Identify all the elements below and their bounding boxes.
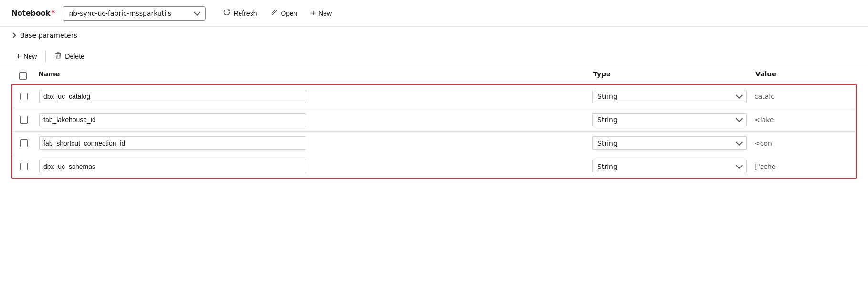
row-1-checkbox[interactable] xyxy=(20,116,28,124)
toolbar-actions: Refresh Open + New xyxy=(217,6,337,21)
row-0-type-cell: String xyxy=(588,88,751,105)
refresh-button[interactable]: Refresh xyxy=(217,6,262,21)
row-2-name-input[interactable] xyxy=(39,136,306,150)
row-3-name-input[interactable] xyxy=(39,160,306,173)
notebook-dropdown[interactable]: nb-sync-uc-fabric-mssparkutils xyxy=(63,6,206,21)
row-0-name-cell xyxy=(35,88,588,105)
header-checkbox-cell xyxy=(11,68,34,84)
pencil-icon xyxy=(270,9,278,18)
parameters-table: Name Type Value String catalo xyxy=(0,68,868,179)
row-0-name-input[interactable] xyxy=(39,90,306,103)
row-1-type-value: String xyxy=(597,116,617,124)
table-row: String catalo xyxy=(12,85,856,108)
row-checkbox-cell xyxy=(12,137,35,149)
name-column-header: Name xyxy=(34,68,589,84)
refresh-icon xyxy=(223,9,230,18)
row-checkbox-cell xyxy=(12,114,35,126)
row-checkbox-cell xyxy=(12,161,35,172)
row-2-type-select[interactable]: String xyxy=(592,136,747,150)
row-3-type-select[interactable]: String xyxy=(592,160,747,173)
refresh-label: Refresh xyxy=(233,10,257,17)
table-row: String <lake xyxy=(12,108,856,132)
svg-rect-1 xyxy=(57,52,60,53)
plus-icon: + xyxy=(311,9,316,18)
dropdown-value: nb-sync-uc-fabric-mssparkutils xyxy=(69,10,171,17)
row-2-value: <con xyxy=(751,137,856,149)
row-3-name-cell xyxy=(35,158,588,175)
row-2-type-cell: String xyxy=(588,135,751,152)
base-parameters-section[interactable]: Base parameters xyxy=(0,27,868,44)
new-param-plus-icon: + xyxy=(16,52,21,61)
table-row: String ["sche xyxy=(12,155,856,178)
table-body: String catalo String <lake xyxy=(11,84,857,179)
row-1-name-cell xyxy=(35,111,588,128)
delete-icon xyxy=(54,52,62,61)
delete-param-button[interactable]: Delete xyxy=(50,49,89,63)
new-notebook-label: New xyxy=(318,10,332,17)
row-2-type-value: String xyxy=(597,139,617,147)
new-param-label: New xyxy=(23,52,37,60)
notebook-label: Notebook* xyxy=(11,9,55,18)
collapse-icon xyxy=(10,32,16,38)
table-row: String <con xyxy=(12,132,856,155)
row-0-type-select[interactable]: String xyxy=(592,90,747,103)
new-notebook-button[interactable]: + New xyxy=(305,6,338,21)
row-0-type-value: String xyxy=(597,93,617,100)
row-1-value: <lake xyxy=(751,114,856,126)
chevron-down-icon xyxy=(736,139,743,146)
row-1-type-select[interactable]: String xyxy=(592,113,747,126)
row-checkbox-cell xyxy=(12,91,35,102)
delete-param-label: Delete xyxy=(65,52,84,60)
row-3-type-cell: String xyxy=(588,158,751,175)
open-button[interactable]: Open xyxy=(264,6,303,21)
section-title: Base parameters xyxy=(20,31,77,39)
params-toolbar: + New Delete xyxy=(0,44,868,68)
row-3-value: ["sche xyxy=(751,161,856,172)
row-2-name-cell xyxy=(35,135,588,152)
row-3-type-value: String xyxy=(597,163,617,170)
open-label: Open xyxy=(281,10,297,17)
select-all-checkbox[interactable] xyxy=(19,72,27,80)
row-0-value: catalo xyxy=(751,91,856,102)
chevron-down-icon xyxy=(736,115,743,122)
row-3-checkbox[interactable] xyxy=(20,163,28,170)
new-param-button[interactable]: + New xyxy=(11,50,42,63)
row-2-checkbox[interactable] xyxy=(20,139,28,147)
chevron-down-icon xyxy=(736,162,743,169)
chevron-down-icon xyxy=(736,92,743,99)
row-0-checkbox[interactable] xyxy=(20,93,28,100)
top-bar: Notebook* nb-sync-uc-fabric-mssparkutils… xyxy=(0,0,868,27)
toolbar-divider xyxy=(45,51,46,62)
row-1-type-cell: String xyxy=(588,111,751,128)
value-column-header: Value xyxy=(752,68,857,84)
row-1-name-input[interactable] xyxy=(39,113,306,126)
chevron-down-icon xyxy=(194,9,200,15)
table-header-row: Name Type Value xyxy=(11,68,857,84)
type-column-header: Type xyxy=(589,68,752,84)
